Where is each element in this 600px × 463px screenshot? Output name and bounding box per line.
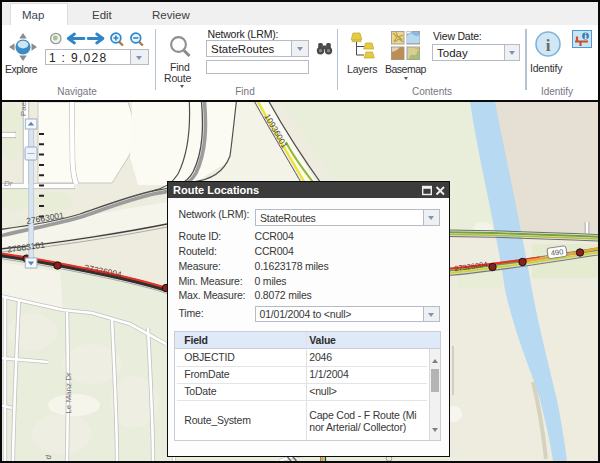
svg-text:Le Manz Dr: Le Manz Dr xyxy=(64,372,73,414)
svg-text:i: i xyxy=(584,31,586,40)
svg-text:Pae: Pae xyxy=(19,102,28,116)
svg-text:i: i xyxy=(545,36,550,55)
svg-text:Dr: Dr xyxy=(4,179,13,188)
svg-text:490: 490 xyxy=(550,247,564,258)
